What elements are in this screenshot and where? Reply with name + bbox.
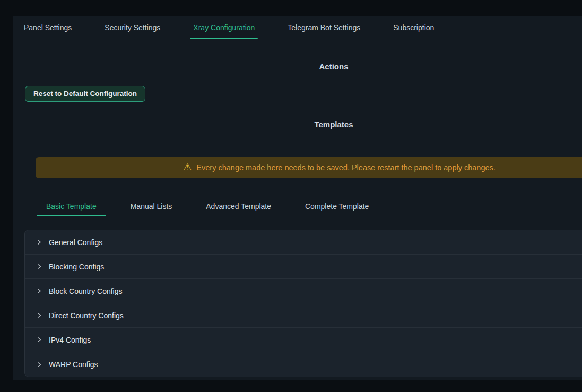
templates-section-divider: Templates: [24, 119, 582, 130]
collapse-header-label: Block Country Configs: [49, 287, 123, 295]
collapse-header-label: IPv4 Configs: [49, 336, 91, 344]
templates-section-title: Templates: [306, 119, 361, 130]
collapse-header-direct-country-configs[interactable]: Direct Country Configs: [25, 303, 582, 328]
tab-security-settings[interactable]: Security Settings: [105, 16, 160, 39]
chevron-right-icon: [36, 362, 42, 368]
tab-xray-configuration[interactable]: Xray Configuration: [193, 16, 255, 39]
warning-alert-text: Every change made here needs to be saved…: [196, 163, 495, 172]
tab-panel-settings[interactable]: Panel Settings: [24, 16, 72, 39]
config-collapse-list: General Configs Blocking Configs Block C…: [24, 230, 582, 377]
actions-section-divider: Actions: [24, 62, 582, 72]
tab-complete-template[interactable]: Complete Template: [296, 196, 378, 216]
chevron-right-icon: [36, 239, 42, 245]
divider-line: [24, 125, 306, 125]
collapse-header-general-configs[interactable]: General Configs: [25, 230, 582, 255]
tab-basic-template[interactable]: Basic Template: [37, 196, 106, 216]
tab-subscription[interactable]: Subscription: [393, 16, 434, 39]
actions-section-title: Actions: [311, 62, 357, 72]
chevron-right-icon: [36, 264, 42, 269]
reset-default-configuration-button[interactable]: Reset to Default Configuration: [25, 86, 145, 102]
tab-manual-lists[interactable]: Manual Lists: [121, 196, 181, 216]
divider-line: [24, 67, 311, 67]
tab-telegram-bot-settings[interactable]: Telegram Bot Settings: [288, 16, 360, 39]
chevron-right-icon: [36, 312, 42, 318]
collapse-header-label: Blocking Configs: [49, 263, 104, 271]
collapse-header-blocking-configs[interactable]: Blocking Configs: [25, 255, 582, 279]
collapse-header-ipv4-configs[interactable]: IPv4 Configs: [25, 328, 582, 352]
collapse-header-block-country-configs[interactable]: Block Country Configs: [25, 279, 582, 303]
settings-card: Panel Settings Security Settings Xray Co…: [13, 16, 582, 380]
divider-line: [362, 125, 582, 125]
chevron-right-icon: [36, 337, 42, 343]
collapse-header-label: Direct Country Configs: [49, 311, 124, 320]
restart-warning-alert: ⚠ Every change made here needs to be sav…: [36, 157, 582, 178]
chevron-right-icon: [36, 288, 42, 294]
main-tab-bar: Panel Settings Security Settings Xray Co…: [13, 16, 582, 39]
collapse-header-label: General Configs: [49, 238, 102, 247]
collapse-header-label: WARP Configs: [49, 360, 98, 369]
divider-line: [357, 67, 582, 67]
tab-advanced-template[interactable]: Advanced Template: [197, 196, 280, 216]
collapse-header-warp-configs[interactable]: WARP Configs: [25, 352, 582, 377]
template-tab-bar: Basic Template Manual Lists Advanced Tem…: [24, 196, 582, 216]
warning-triangle-icon: ⚠: [183, 162, 192, 172]
